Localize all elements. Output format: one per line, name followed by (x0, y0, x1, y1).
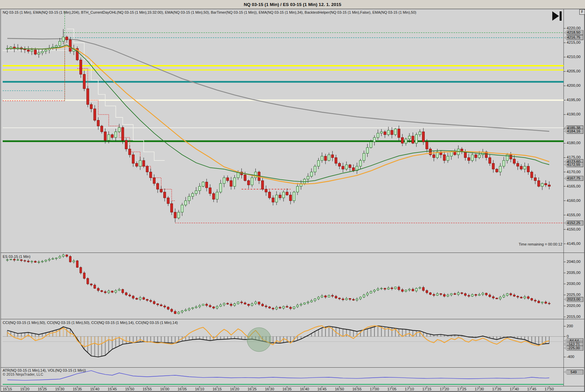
candle (212, 193, 215, 199)
candle (517, 296, 519, 297)
candle (66, 255, 68, 257)
time-tick-label: 16:45 (318, 387, 327, 391)
candle (332, 295, 334, 296)
candle (171, 204, 173, 212)
candle (450, 152, 452, 156)
candle (426, 291, 428, 293)
axis-tick-label: 4165,00 (567, 184, 581, 188)
candle (398, 287, 400, 290)
candle (464, 294, 466, 295)
candle (328, 295, 330, 297)
candle (178, 312, 180, 314)
candle (153, 178, 155, 183)
axis-tick-label: 2040,00 (567, 260, 581, 264)
candle (541, 302, 543, 303)
candle (524, 166, 526, 169)
axis-tick-label: 4205,00 (567, 69, 581, 73)
candle (307, 176, 309, 179)
candle (548, 303, 550, 304)
candle (499, 166, 502, 172)
candle (129, 295, 131, 296)
candle (111, 135, 114, 138)
axis-tick-label: 4200,00 (567, 83, 581, 87)
candle (55, 258, 57, 259)
candle (304, 303, 306, 304)
candle (342, 299, 344, 300)
candle (286, 306, 288, 307)
candle (136, 298, 138, 299)
candle (164, 306, 166, 307)
axis-tick-label: 2015,00 (567, 315, 581, 319)
candle (433, 295, 435, 296)
time-tick-label: 15:40 (90, 387, 100, 391)
candle (510, 294, 512, 295)
candle (489, 295, 491, 297)
candle (482, 293, 484, 295)
candle (45, 50, 47, 51)
time-tick-label: 17:45 (527, 387, 537, 391)
candle (216, 192, 218, 200)
candle (359, 297, 361, 299)
candle (366, 293, 368, 295)
candle (387, 288, 389, 289)
candle (157, 183, 159, 189)
candle (293, 307, 295, 309)
candle (510, 155, 512, 159)
candle (538, 301, 540, 303)
price-marker: 4216,75 (564, 35, 583, 40)
candle (188, 197, 190, 201)
candle (209, 306, 211, 307)
candle (164, 192, 166, 198)
axis-tick-label: 2035,00 (567, 271, 581, 275)
candle (101, 291, 103, 292)
candle (115, 291, 117, 292)
candle (188, 309, 190, 310)
time-tick-label: 15:30 (55, 387, 64, 391)
candle (13, 259, 15, 260)
time-tick-label: 15:20 (20, 387, 30, 391)
candle (534, 178, 536, 181)
candle (171, 309, 173, 312)
candle (167, 198, 169, 204)
price-marker: 4172,55 (564, 162, 583, 167)
time-tick-label: 17:30 (475, 387, 484, 391)
candle (275, 307, 277, 309)
candle (129, 149, 131, 155)
time-tick-label: 17:50 (545, 387, 554, 391)
candle (247, 304, 249, 306)
time-tick-label: 15:15 (3, 387, 12, 391)
axis-tick-label: 0 (567, 334, 569, 338)
candle (52, 259, 54, 259)
candle (311, 301, 313, 302)
candle (408, 289, 410, 290)
candle (440, 294, 442, 295)
play-to-end-icon[interactable] (551, 11, 564, 21)
candle (79, 60, 82, 74)
candle (503, 295, 505, 297)
candle (335, 157, 337, 163)
chart-surface[interactable] (0, 0, 585, 392)
candle (244, 303, 246, 304)
candle (41, 51, 43, 53)
candle (247, 180, 250, 185)
time-tick-label: 16:10 (195, 387, 204, 391)
candle (146, 166, 148, 172)
time-tick-label: 17:15 (422, 387, 432, 391)
candle (73, 261, 75, 262)
candle (314, 166, 316, 172)
price-marker: -225,00 (564, 346, 583, 351)
candle (531, 299, 533, 300)
axis-tick-label: 4160,00 (567, 199, 581, 203)
bar-timer-label: Time remaining = 00:00:12 (519, 242, 562, 246)
candle (286, 192, 288, 195)
candle (499, 297, 501, 299)
candle (139, 298, 141, 299)
fullscreen-button[interactable]: F (579, 9, 585, 15)
candle (230, 180, 232, 186)
candle (108, 135, 110, 140)
axis-tick-label: 4215,00 (567, 40, 581, 44)
candle (338, 163, 341, 166)
candle (297, 305, 299, 307)
time-tick-label: 15:25 (38, 387, 47, 391)
candle (457, 293, 459, 294)
